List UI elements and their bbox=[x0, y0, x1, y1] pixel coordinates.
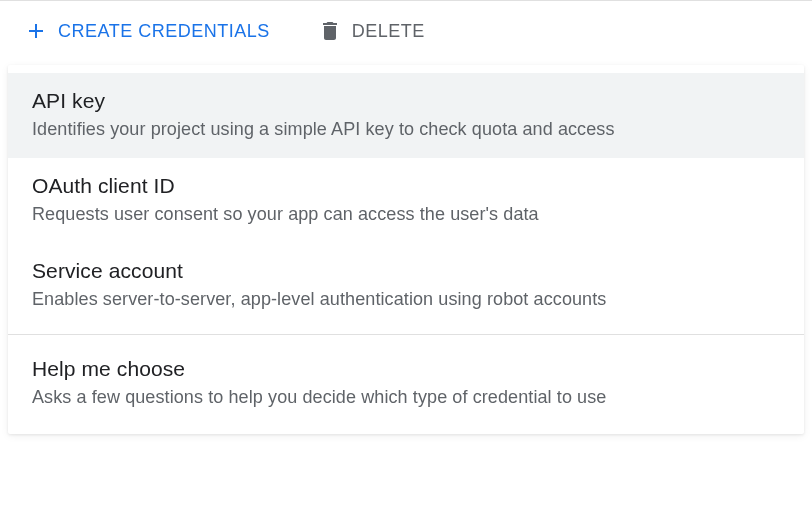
create-credentials-label: CREATE CREDENTIALS bbox=[58, 21, 270, 42]
toolbar: CREATE CREDENTIALS DELETE bbox=[0, 1, 812, 61]
credentials-dropdown-menu: API key Identifies your project using a … bbox=[8, 65, 804, 434]
menu-item-service-account[interactable]: Service account Enables server-to-server… bbox=[8, 243, 804, 328]
menu-item-oauth-client-id[interactable]: OAuth client ID Requests user consent so… bbox=[8, 158, 804, 243]
menu-item-help-me-choose[interactable]: Help me choose Asks a few questions to h… bbox=[8, 341, 804, 426]
menu-item-title: Help me choose bbox=[32, 357, 780, 381]
delete-button[interactable]: DELETE bbox=[318, 19, 425, 43]
delete-label: DELETE bbox=[352, 21, 425, 42]
trash-icon bbox=[318, 19, 342, 43]
menu-divider bbox=[8, 334, 804, 335]
menu-item-title: OAuth client ID bbox=[32, 174, 780, 198]
menu-item-description: Requests user consent so your app can ac… bbox=[32, 204, 780, 225]
menu-item-title: Service account bbox=[32, 259, 780, 283]
menu-item-api-key[interactable]: API key Identifies your project using a … bbox=[8, 73, 804, 158]
plus-icon bbox=[24, 19, 48, 43]
menu-item-description: Asks a few questions to help you decide … bbox=[32, 387, 780, 408]
create-credentials-button[interactable]: CREATE CREDENTIALS bbox=[24, 19, 270, 43]
menu-item-title: API key bbox=[32, 89, 780, 113]
menu-item-description: Enables server-to-server, app-level auth… bbox=[32, 289, 780, 310]
menu-item-description: Identifies your project using a simple A… bbox=[32, 119, 780, 140]
